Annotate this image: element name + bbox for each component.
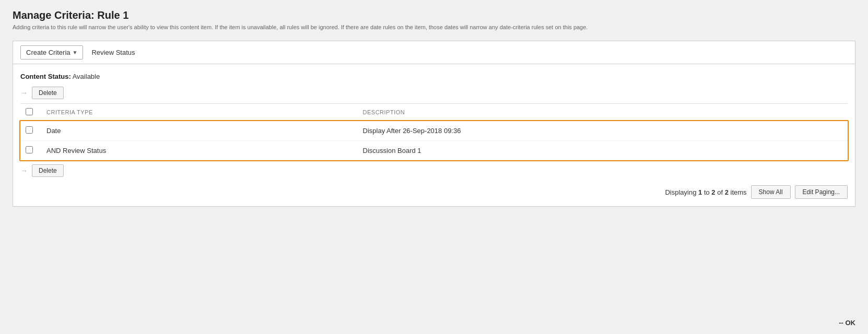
create-criteria-button[interactable]: Create Criteria ▼ (20, 45, 83, 59)
review-status-link[interactable]: Review Status (91, 49, 135, 56)
table-row: AND Review Status Discussion Board 1 (20, 141, 848, 161)
header-checkbox-cell (20, 104, 41, 121)
pagination-prefix: Displaying (665, 188, 698, 196)
show-all-button[interactable]: Show All (751, 185, 791, 199)
content-status-label: Content Status: (20, 73, 71, 80)
row1-checkbox-cell (20, 121, 41, 141)
table-row: Date Display After 26-Sep-2018 09:36 (20, 121, 848, 141)
row1-criteria-type: Date (41, 121, 358, 141)
delete-bottom-row: → Delete (20, 164, 848, 177)
content-status-row: Content Status: Available (20, 73, 848, 80)
arrow-right-icon-bottom: → (20, 166, 28, 175)
col-header-description: DESCRIPTION (358, 104, 848, 121)
pagination-text: Displaying 1 to 2 of 2 items (665, 188, 746, 196)
row1-description: Display After 26-Sep-2018 09:36 (358, 121, 848, 141)
delete-bottom-button[interactable]: Delete (32, 164, 64, 177)
row2-description: Discussion Board 1 (358, 141, 848, 161)
row2-checkbox-cell (20, 141, 41, 161)
pagination-to: to (702, 188, 711, 196)
pagination-total: 2 (725, 188, 729, 196)
edit-paging-button[interactable]: Edit Paging... (795, 185, 848, 199)
create-criteria-label: Create Criteria (26, 49, 71, 56)
row2-criteria-type: AND Review Status (41, 141, 358, 161)
chevron-down-icon: ▼ (73, 50, 78, 55)
row1-checkbox[interactable] (26, 126, 33, 134)
select-all-checkbox[interactable] (26, 108, 33, 115)
delete-top-row: → Delete (20, 87, 848, 99)
page-title: Manage Criteria: Rule 1 (13, 9, 855, 21)
arrow-right-icon: → (20, 89, 28, 97)
page-wrapper: Manage Criteria: Rule 1 Adding criteria … (0, 0, 868, 334)
table-header-row: CRITERIA TYPE DESCRIPTION (20, 104, 848, 121)
pagination-row: Displaying 1 to 2 of 2 items Show All Ed… (20, 183, 848, 199)
row2-checkbox[interactable] (26, 146, 33, 153)
delete-top-button[interactable]: Delete (32, 87, 64, 99)
toolbar: Create Criteria ▼ Review Status (13, 41, 855, 64)
ok-link[interactable]: -- OK (839, 319, 855, 327)
content-panel: Content Status: Available → Delete CRITE… (13, 64, 855, 207)
pagination-end: 2 (711, 188, 715, 196)
pagination-suffix: items (729, 188, 747, 196)
col-header-criteria-type: CRITERIA TYPE (41, 104, 358, 121)
footer-ok: -- OK (839, 319, 855, 327)
criteria-table: CRITERIA TYPE DESCRIPTION Date Display A… (20, 103, 848, 160)
content-status-value: Available (73, 73, 100, 80)
page-subtitle: Adding criteria to this rule will narrow… (13, 23, 855, 31)
pagination-of: of (715, 188, 725, 196)
